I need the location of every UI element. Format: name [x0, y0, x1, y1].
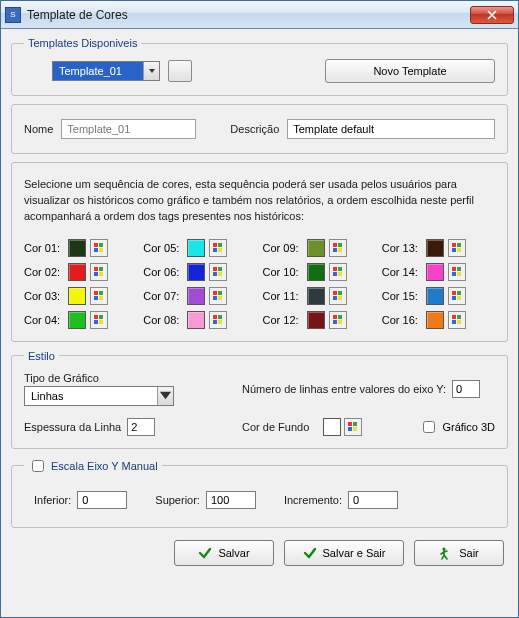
svg-rect-47 [338, 320, 342, 324]
escala-manual-checkbox[interactable]: Escala Eixo Y Manual [28, 457, 158, 475]
color-picker-button[interactable] [329, 311, 347, 329]
grafico-3d-input[interactable] [423, 421, 435, 433]
color-swatch [307, 287, 325, 305]
group-nome-descricao: Nome Descrição [11, 104, 508, 154]
color-picker-button[interactable] [329, 239, 347, 257]
svg-rect-59 [457, 296, 461, 300]
svg-rect-41 [338, 291, 342, 295]
color-picker-button[interactable] [329, 287, 347, 305]
svg-rect-27 [218, 296, 222, 300]
color-item-5: Cor 05: [143, 239, 256, 257]
svg-rect-49 [457, 243, 461, 247]
svg-rect-38 [333, 272, 337, 276]
color-swatch [68, 239, 86, 257]
inferior-label: Inferior: [34, 494, 71, 506]
close-button[interactable] [470, 6, 514, 24]
group-estilo: Estilo Tipo de Gráfico Linhas Número de … [11, 350, 508, 449]
color-picker-button[interactable] [448, 263, 466, 281]
color-swatch [68, 287, 86, 305]
svg-rect-34 [333, 248, 337, 252]
color-swatch [187, 311, 205, 329]
svg-rect-39 [338, 272, 342, 276]
color-picker-button[interactable] [90, 239, 108, 257]
num-linhas-input[interactable] [452, 380, 480, 398]
bottom-bar: Salvar Salvar e Sair Sair [11, 536, 508, 566]
svg-rect-46 [333, 320, 337, 324]
svg-rect-18 [213, 248, 217, 252]
color-item-8: Cor 08: [143, 311, 256, 329]
descricao-input[interactable] [287, 119, 495, 139]
save-button[interactable]: Salvar [174, 540, 274, 566]
color-picker-button[interactable] [90, 287, 108, 305]
svg-rect-53 [457, 267, 461, 271]
grafico-3d-label: Gráfico 3D [442, 421, 495, 433]
svg-rect-19 [218, 248, 222, 252]
color-picker-button[interactable] [209, 311, 227, 329]
save-exit-button-label: Salvar e Sair [323, 547, 386, 559]
color-label: Cor 05: [143, 242, 183, 254]
color-picker-button[interactable] [209, 287, 227, 305]
color-item-4: Cor 04: [24, 311, 137, 329]
save-exit-button[interactable]: Salvar e Sair [284, 540, 404, 566]
color-label: Cor 12: [263, 314, 303, 326]
template-select[interactable]: Template_01 [52, 61, 160, 81]
color-picker-button[interactable] [448, 311, 466, 329]
nome-label: Nome [24, 123, 53, 135]
grafico-3d-checkbox[interactable]: Gráfico 3D [419, 418, 495, 436]
color-picker-button[interactable] [329, 263, 347, 281]
color-label: Cor 04: [24, 314, 64, 326]
color-picker-button[interactable] [209, 263, 227, 281]
svg-rect-48 [452, 243, 456, 247]
svg-rect-60 [452, 315, 456, 319]
color-item-14: Cor 14: [382, 263, 495, 281]
svg-rect-25 [218, 291, 222, 295]
svg-rect-29 [218, 315, 222, 319]
color-picker-button[interactable] [448, 287, 466, 305]
color-label: Cor 06: [143, 266, 183, 278]
color-picker-button[interactable] [209, 239, 227, 257]
svg-rect-30 [213, 320, 217, 324]
group-estilo-legend: Estilo [24, 350, 59, 362]
color-swatch [68, 263, 86, 281]
svg-rect-23 [218, 272, 222, 276]
color-label: Cor 15: [382, 290, 422, 302]
color-item-9: Cor 09: [263, 239, 376, 257]
color-picker-button[interactable] [90, 263, 108, 281]
color-picker-button[interactable] [448, 239, 466, 257]
svg-rect-43 [338, 296, 342, 300]
escala-manual-input[interactable] [32, 460, 44, 472]
exit-button[interactable]: Sair [414, 540, 504, 566]
color-label: Cor 02: [24, 266, 64, 278]
tipo-grafico-select[interactable]: Linhas [24, 386, 174, 406]
color-label: Cor 03: [24, 290, 64, 302]
svg-rect-9 [99, 291, 103, 295]
color-item-6: Cor 06: [143, 263, 256, 281]
cor-fundo-label: Cor de Fundo [242, 421, 309, 433]
svg-rect-20 [213, 267, 217, 271]
new-template-button[interactable]: Novo Template [325, 59, 495, 83]
cor-fundo-picker-button[interactable] [344, 418, 362, 436]
svg-rect-3 [99, 248, 103, 252]
color-item-15: Cor 15: [382, 287, 495, 305]
check-icon [198, 546, 212, 560]
svg-rect-7 [99, 272, 103, 276]
nome-input[interactable] [61, 119, 196, 139]
superior-input[interactable] [206, 491, 256, 509]
svg-rect-40 [333, 291, 337, 295]
inferior-input[interactable] [77, 491, 127, 509]
tipo-grafico-label: Tipo de Gráfico [24, 372, 224, 384]
color-swatch [426, 239, 444, 257]
svg-rect-32 [333, 243, 337, 247]
template-action-button[interactable] [168, 60, 192, 82]
svg-rect-24 [213, 291, 217, 295]
incremento-label: Incremento: [284, 494, 342, 506]
espessura-input[interactable] [127, 418, 155, 436]
incremento-input[interactable] [348, 491, 398, 509]
color-picker-button[interactable] [90, 311, 108, 329]
svg-rect-55 [457, 272, 461, 276]
svg-rect-36 [333, 267, 337, 271]
svg-rect-42 [333, 296, 337, 300]
color-swatch [187, 239, 205, 257]
svg-rect-17 [218, 243, 222, 247]
color-label: Cor 01: [24, 242, 64, 254]
